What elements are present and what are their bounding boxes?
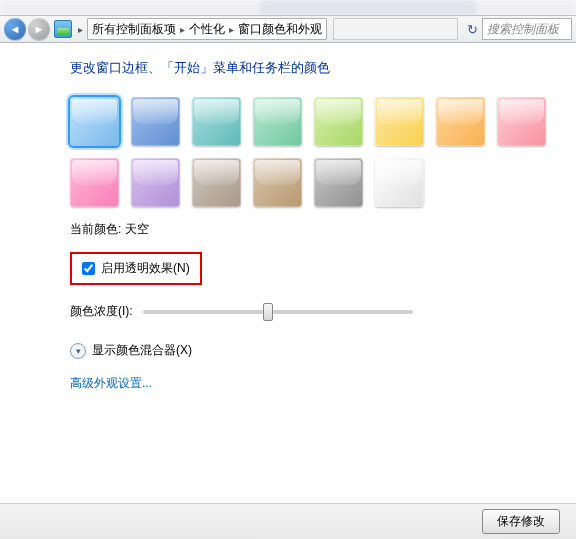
color-swatch[interactable]	[436, 97, 485, 146]
address-blur	[260, 0, 476, 15]
color-swatch[interactable]	[70, 97, 119, 146]
color-swatch[interactable]	[253, 158, 302, 207]
slider-thumb[interactable]	[263, 303, 273, 321]
bottom-bar: 保存修改	[0, 503, 576, 539]
transparency-label[interactable]: 启用透明效果(N)	[101, 260, 190, 277]
forward-button[interactable]: ►	[28, 18, 50, 40]
current-color-label: 当前颜色:	[70, 221, 121, 238]
chevron-right-icon: ▸	[178, 24, 187, 35]
intensity-label: 颜色浓度(I):	[70, 303, 133, 320]
color-swatch[interactable]	[131, 158, 180, 207]
color-swatch[interactable]	[375, 97, 424, 146]
refresh-icon[interactable]: ↻	[464, 21, 480, 37]
nav-toolbar: ◄ ► ▸ 所有控制面板项 ▸ 个性化 ▸ 窗口颜色和外观 ↻ 搜索控制面板	[0, 15, 576, 43]
color-swatch[interactable]	[314, 158, 363, 207]
save-button[interactable]: 保存修改	[482, 509, 560, 534]
color-swatch[interactable]	[70, 158, 119, 207]
arrow-right-icon: ►	[34, 23, 45, 35]
color-swatch[interactable]	[375, 158, 424, 207]
intensity-row: 颜色浓度(I):	[70, 303, 558, 320]
color-swatch[interactable]	[192, 97, 241, 146]
page-title: 更改窗口边框、「开始」菜单和任务栏的颜色	[70, 59, 558, 77]
color-mixer-expander[interactable]: ▾ 显示颜色混合器(X)	[70, 342, 558, 359]
advanced-appearance-link[interactable]: 高级外观设置...	[70, 375, 558, 392]
chevron-right-icon: ▸	[76, 24, 85, 35]
color-swatch[interactable]	[131, 97, 180, 146]
chevron-down-icon: ▾	[70, 343, 86, 359]
color-swatch[interactable]	[192, 158, 241, 207]
transparency-highlight-box: 启用透明效果(N)	[70, 252, 202, 285]
transparency-checkbox[interactable]	[82, 262, 95, 275]
intensity-slider[interactable]	[143, 310, 413, 314]
control-panel-icon	[54, 20, 72, 38]
breadcrumb-root[interactable]: 所有控制面板项	[90, 21, 178, 38]
current-color: 当前颜色: 天空	[70, 221, 558, 238]
current-color-value: 天空	[125, 221, 149, 238]
breadcrumb-level2[interactable]: 窗口颜色和外观	[236, 21, 324, 38]
color-swatch[interactable]	[497, 97, 546, 146]
chevron-right-icon: ▸	[227, 24, 236, 35]
breadcrumb-level1[interactable]: 个性化	[187, 21, 227, 38]
color-swatch[interactable]	[253, 97, 302, 146]
search-placeholder: 搜索控制面板	[487, 21, 559, 38]
color-swatch[interactable]	[314, 97, 363, 146]
arrow-left-icon: ◄	[10, 23, 21, 35]
breadcrumb: 所有控制面板项 ▸ 个性化 ▸ 窗口颜色和外观	[87, 18, 327, 40]
color-mixer-label: 显示颜色混合器(X)	[92, 342, 192, 359]
search-input[interactable]: 搜索控制面板	[482, 18, 572, 40]
back-button[interactable]: ◄	[4, 18, 26, 40]
content-area: 更改窗口边框、「开始」菜单和任务栏的颜色 当前颜色: 天空 启用透明效果(N) …	[0, 43, 576, 392]
address-spacer	[333, 18, 458, 40]
color-grid	[70, 97, 560, 207]
